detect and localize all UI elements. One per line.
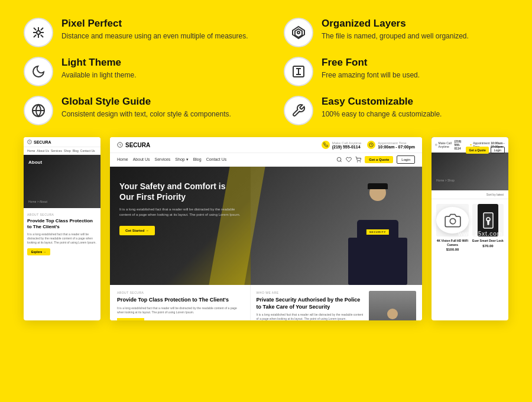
feature-free-font: Free Font Free amazing font will be used… — [284, 57, 508, 86]
feature-pixel-perfect-text: Pixel Perfect Distance and measure using… — [61, 18, 248, 41]
svg-point-0 — [37, 31, 40, 34]
feature-easy-customizable: Easy Customizable 100% easy to change & … — [284, 96, 508, 125]
side-breadcrumb: Home > About — [28, 200, 47, 203]
svg-point-22 — [470, 144, 472, 146]
global-style-icon — [24, 96, 53, 125]
contact-info: Make Call Anytime (219) 555-0114 Appoint… — [322, 141, 415, 149]
feature-global-style-desc: Consistent design with text, color style… — [61, 109, 231, 119]
nav-actions: Get a Quote Login — [336, 155, 415, 164]
get-quote-button[interactable]: Get a Quote — [365, 156, 393, 163]
side-hero-title: About — [28, 160, 42, 166]
feature-easy-customizable-text: Easy Customizable 100% easy to change & … — [322, 96, 442, 119]
svg-line-18 — [340, 161, 342, 162]
door-lock-name: Euer Smart Door Lock — [472, 239, 504, 243]
svg-point-17 — [338, 157, 342, 161]
about-section-label: ABOUT SECURA — [117, 291, 243, 294]
svg-point-27 — [488, 223, 489, 225]
shop-phone-contact: Make Call Anytime (219) 555-0114 — [435, 140, 466, 150]
main-brand-name: SECURA — [125, 142, 150, 148]
main-preview-nav: Home About Us Services Shop ▾ Blog Conta… — [110, 153, 422, 167]
product-door-lock: Euer Smart Door Lock $70.00 — [472, 204, 504, 251]
side-preview-about: SECURA Home About Us Services Shop Blog … — [24, 137, 100, 320]
feature-light-theme-title: Light Theme — [61, 57, 137, 69]
camera-price: $100.00 — [436, 248, 469, 251]
heart-icon[interactable] — [346, 157, 352, 163]
feature-light-theme-desc: Available in light theme. — [61, 70, 137, 80]
feature-organized-layers-text: Organized Layers The file is named, grou… — [322, 18, 469, 41]
feature-easy-customizable-title: Easy Customizable — [322, 96, 442, 108]
hero-content: Your Safety and Comfort is Our First Pri… — [110, 167, 251, 285]
feature-free-font-desc: Free amazing font will be used. — [322, 70, 420, 80]
main-preview-hero: Your Safety and Comfort is Our First Pri… — [110, 167, 422, 285]
svg-point-20 — [360, 161, 361, 162]
main-preview: SECURA Make Call Anytime (219) 555-0114 — [110, 137, 422, 320]
preview-section: SECURA Home About Us Services Shop Blog … — [0, 137, 532, 320]
about-text: It is a long established fact that a rea… — [27, 232, 97, 245]
features-section: Pixel Perfect Distance and measure using… — [0, 0, 532, 137]
side-brand-name: SECURA — [34, 140, 51, 144]
appointment-time: 10:00am - 07:00pm — [378, 145, 415, 149]
feature-organized-layers-desc: The file is named, grouped and well orga… — [322, 31, 469, 41]
shop-quote-button[interactable]: Get a Quote — [466, 147, 488, 154]
explore-button[interactable]: Explore → — [27, 248, 50, 255]
svg-point-7 — [297, 31, 300, 34]
main-preview-header: SECURA Make Call Anytime (219) 555-0114 — [110, 137, 422, 153]
door-lock-price: $70.00 — [472, 244, 504, 248]
login-button[interactable]: Login — [397, 155, 415, 164]
side-about-hero: Home > About About — [24, 155, 100, 208]
shop-preview: Make Call Anytime (219) 555-0114 Appoint… — [432, 137, 508, 320]
about-explore-button[interactable]: Explore → — [117, 318, 144, 320]
watermark: www.25xt.com — [458, 231, 502, 237]
svg-point-19 — [358, 161, 358, 162]
feature-organized-layers-title: Organized Layers — [322, 18, 469, 30]
hero-title: Your Safety and Comfort is Our First Pri… — [119, 181, 241, 202]
about-title: Provide Top Class Protection to The Clie… — [27, 218, 97, 231]
shop-nav-buttons: Get a Quote Login — [466, 147, 505, 154]
hero-description: It is a long established fact that a rea… — [119, 207, 241, 218]
phone-number: (219) 555-0114 — [332, 145, 362, 149]
preview-who-section: WHO WE ARE Private Security Authorised b… — [251, 285, 422, 320]
feature-free-font-text: Free Font Free amazing font will be used… — [322, 57, 420, 80]
feature-free-font-title: Free Font — [322, 57, 420, 69]
shop-hero-area: Make Call Anytime (219) 555-0114 Appoint… — [432, 137, 508, 190]
feature-pixel-perfect: Pixel Perfect Distance and measure using… — [24, 18, 248, 47]
side-preview-nav: Home About Us Services Shop Blog Contact… — [24, 147, 100, 155]
sort-label[interactable]: Sort by latest — [486, 193, 504, 196]
phone-contact: Make Call Anytime (219) 555-0114 — [322, 141, 362, 149]
feature-global-style: Global Style Guide Consistent design wit… — [24, 96, 248, 125]
search-icon[interactable] — [336, 157, 342, 163]
feature-light-theme-text: Light Theme Available in light theme. — [61, 57, 137, 80]
shop-sort-bar: Sort by latest — [432, 190, 508, 199]
who-text-content: It is a long established fact that a rea… — [257, 313, 364, 320]
feature-easy-customizable-desc: 100% easy to change & customizable. — [322, 109, 442, 119]
phone-icon — [322, 141, 330, 149]
svg-point-23 — [450, 218, 455, 223]
pixel-perfect-icon — [24, 18, 53, 47]
svg-rect-26 — [488, 221, 489, 223]
feature-pixel-perfect-desc: Distance and measure using an even multi… — [61, 31, 248, 41]
who-title: Private Security Authorised by the Polic… — [257, 297, 364, 310]
side-logo: SECURA — [27, 140, 97, 144]
about-section-title: Provide Top Class Protection to The Clie… — [117, 297, 243, 304]
cart-icon[interactable] — [355, 157, 361, 163]
light-theme-icon — [24, 57, 53, 86]
preview-about-section: ABOUT SECURA Provide Top Class Protectio… — [110, 285, 251, 320]
free-font-icon — [284, 57, 313, 86]
who-label: WHO WE ARE — [257, 291, 364, 294]
side-about-content: ABOUT SECURA Provide Top Class Protectio… — [24, 208, 100, 260]
nav-links: Home About Us Services Shop ▾ Blog Conta… — [117, 157, 226, 162]
who-image — [369, 291, 416, 320]
clock-icon — [367, 141, 375, 149]
get-started-button[interactable]: Get Started → — [119, 226, 155, 235]
shop-products: 4K Vision Full HD WiFi Camera $100.00 — [432, 199, 508, 256]
feature-pixel-perfect-title: Pixel Perfect — [61, 18, 248, 30]
preview-bottom: ABOUT SECURA Provide Top Class Protectio… — [110, 285, 422, 320]
main-logo: SECURA — [117, 142, 150, 148]
shop-breadcrumb: Home > Shop — [432, 175, 459, 186]
about-section-text: It is a long established fact that a rea… — [117, 306, 243, 315]
guard-figure: SECURITY — [345, 181, 410, 285]
product-camera: 4K Vision Full HD WiFi Camera $100.00 — [436, 204, 469, 251]
shop-login-button[interactable]: Login — [491, 147, 505, 154]
camera-name: 4K Vision Full HD WiFi Camera — [436, 239, 469, 247]
easy-customizable-icon — [284, 96, 313, 125]
